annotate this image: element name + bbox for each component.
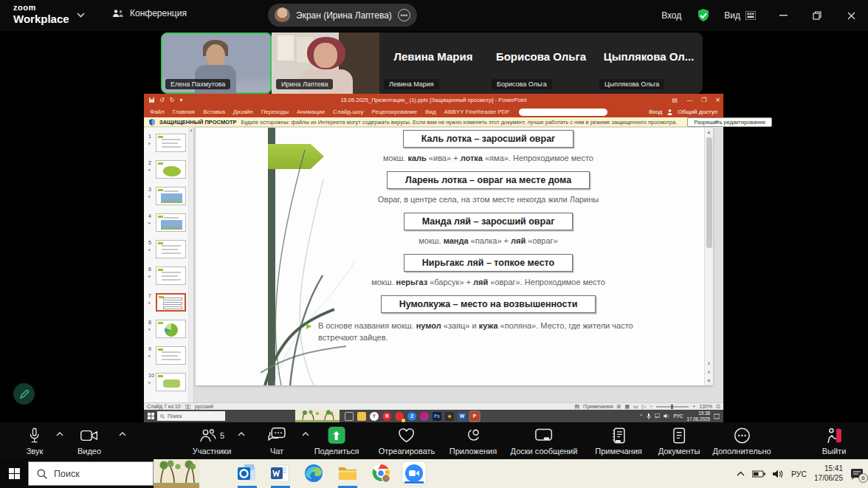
minimize-button[interactable] — [766, 0, 800, 31]
notes-button[interactable]: Примечания — [595, 427, 642, 456]
photoshop-icon[interactable]: Ps — [433, 412, 441, 421]
notes-icon[interactable]: ▤ — [574, 404, 579, 410]
gis-icon[interactable]: 2 — [407, 412, 416, 421]
reading-view-icon[interactable]: ▭ — [633, 404, 638, 410]
view-button[interactable]: Вид — [724, 10, 740, 21]
more-options-icon[interactable]: ••• — [398, 9, 410, 21]
thumbnail-preview[interactable] — [156, 160, 186, 179]
zoom-slider[interactable] — [656, 406, 689, 408]
tray-chevron-icon[interactable] — [737, 471, 745, 476]
slide-thumbnail-8[interactable]: 8★ — [144, 318, 193, 345]
ribbon-tab-рецензирование[interactable]: Рецензирование — [371, 109, 417, 115]
ppt-restore-button[interactable]: ❐ — [701, 97, 706, 103]
security-shield-icon[interactable] — [696, 8, 711, 23]
taskbar-search-box[interactable]: Поиск — [28, 461, 154, 486]
chevron-down-icon[interactable] — [77, 13, 85, 18]
restore-button[interactable] — [800, 0, 834, 31]
ribbon-tab-слайд-шоу[interactable]: Слайд-шоу — [333, 109, 363, 115]
screen-share-pill[interactable]: Экран (Ирина Лаптева) ••• — [268, 4, 417, 27]
zoom-out-icon[interactable]: − — [650, 404, 652, 409]
ribbon-tab-анимации[interactable]: Анимации — [297, 109, 325, 115]
redo-icon[interactable]: ↻ — [170, 97, 175, 103]
ribbon-tab-abbyy-finereader-pdf[interactable]: ABBYY FineReader PDF — [444, 109, 510, 115]
audio-button[interactable]: Звук — [27, 427, 44, 456]
task-view-icon[interactable] — [345, 412, 354, 421]
ribbon-options-icon[interactable]: ▤ — [672, 97, 678, 103]
ppt-close-button[interactable]: ✕ — [715, 97, 720, 103]
thumbnail-preview[interactable] — [156, 240, 186, 258]
remote-mic-icon[interactable] — [647, 413, 651, 419]
slide-thumbnail-5[interactable]: 5★ — [144, 238, 193, 265]
share-screen-button[interactable]: Поделиться — [314, 427, 359, 456]
ribbon-search-input[interactable] — [519, 109, 607, 116]
sphere-icon[interactable] — [420, 412, 429, 421]
slide-thumbnail-2[interactable]: 2★ — [144, 159, 193, 185]
ppt-share-button[interactable]: Общий доступ — [678, 109, 717, 115]
ribbon-tab-переходы[interactable]: Переходы — [261, 109, 289, 115]
thumbnail-preview[interactable] — [156, 320, 186, 338]
thumbnail-preview[interactable] — [156, 373, 186, 391]
word-taskbar-icon[interactable] — [271, 464, 290, 483]
slideshow-view-icon[interactable]: ▷ — [642, 404, 646, 410]
ribbon-tab-вставка[interactable]: Вставка — [203, 109, 225, 115]
banner-close-icon[interactable]: ✕ — [714, 119, 719, 126]
video-tile-no-video[interactable]: Борисова Ольга Борисова Ольга — [487, 32, 595, 94]
powerpoint-icon[interactable]: P — [470, 412, 479, 421]
close-button[interactable] — [834, 0, 868, 31]
remote-tray-chevron-icon[interactable]: ⌃ — [639, 413, 643, 419]
participants-button[interactable]: 5 Участники — [193, 427, 232, 456]
fit-slide-icon[interactable]: ⊡ — [716, 404, 720, 410]
slide-thumbnail-7[interactable]: 7★ — [144, 292, 193, 318]
signin-button[interactable]: Вход — [661, 10, 681, 21]
remote-speaker-icon[interactable] — [664, 413, 669, 419]
slide-thumbnail-10[interactable]: 10★ — [144, 371, 193, 398]
thumbnail-preview[interactable] — [156, 346, 186, 365]
battery-icon[interactable] — [752, 470, 765, 478]
chrome-icon[interactable] — [371, 464, 390, 483]
ribbon-tab-дизайн[interactable]: Дизайн — [233, 109, 253, 115]
mail-icon[interactable] — [395, 412, 404, 421]
docs-button[interactable]: Документы — [658, 427, 700, 456]
remote-clock[interactable]: 15:38 17.06.2025 — [686, 410, 710, 422]
outlook-icon[interactable] — [238, 464, 257, 483]
undo-icon[interactable]: ↺ — [159, 97, 165, 103]
spellcheck-icon[interactable] — [185, 405, 190, 409]
video-tile-no-video[interactable]: Левина Мария Левина Мария — [379, 32, 487, 94]
language-indicator[interactable]: русский — [195, 404, 213, 409]
view-grid-icon[interactable] — [745, 11, 756, 20]
ppt-minimize-button[interactable]: — — [686, 97, 692, 103]
ppt-signin-button[interactable]: Вход — [649, 109, 662, 115]
language-indicator[interactable]: РУС — [791, 470, 807, 478]
ribbon-tab-вид[interactable]: Вид — [425, 109, 435, 115]
apps-button[interactable]: Приложения — [450, 427, 497, 456]
annotate-pencil-button[interactable] — [13, 383, 35, 405]
file-explorer-icon[interactable] — [338, 464, 357, 483]
audio-options-chevron[interactable] — [56, 432, 63, 436]
remote-chat-icon[interactable] — [655, 413, 660, 419]
thumbnail-preview[interactable] — [156, 187, 186, 205]
slide-thumbnail-9[interactable]: 9★ — [144, 345, 193, 371]
slide-thumbnail-4[interactable]: 4★ — [144, 212, 193, 238]
sorter-view-icon[interactable]: ▦ — [624, 404, 630, 410]
react-button[interactable]: Отреагировать — [379, 427, 435, 456]
slide-thumbnail-3[interactable]: 3★ — [144, 185, 193, 212]
remote-start-button[interactable] — [144, 413, 157, 419]
speaker-icon[interactable] — [773, 470, 784, 478]
explorer-icon[interactable] — [357, 412, 366, 421]
leave-button[interactable]: Выйти — [822, 427, 847, 456]
video-tile-active-speaker[interactable]: Елена Пахмутова — [161, 32, 272, 94]
whiteboards-button[interactable]: Доски сообщений — [511, 427, 578, 456]
word-icon[interactable]: W — [458, 412, 466, 421]
video-tile[interactable]: Ирина Лаптева — [272, 32, 379, 94]
slide-thumbnail-6[interactable]: 6★ — [144, 265, 193, 292]
zoom-percentage[interactable]: 130% — [699, 404, 712, 409]
video-tile-no-video[interactable]: Цыплякова Ол... Цыплякова Ольга — [595, 32, 703, 94]
ribbon-tab-файл[interactable]: Файл — [150, 109, 165, 115]
yandex-icon[interactable]: Я — [382, 412, 391, 421]
normal-view-icon[interactable]: ⊞ — [617, 404, 621, 410]
video-button[interactable]: Видео — [78, 427, 101, 456]
tab-conference[interactable]: Конференция — [112, 8, 187, 18]
start-button[interactable] — [0, 459, 28, 488]
remote-language-indicator[interactable]: РУС — [673, 413, 683, 419]
video-options-chevron[interactable] — [119, 432, 126, 436]
